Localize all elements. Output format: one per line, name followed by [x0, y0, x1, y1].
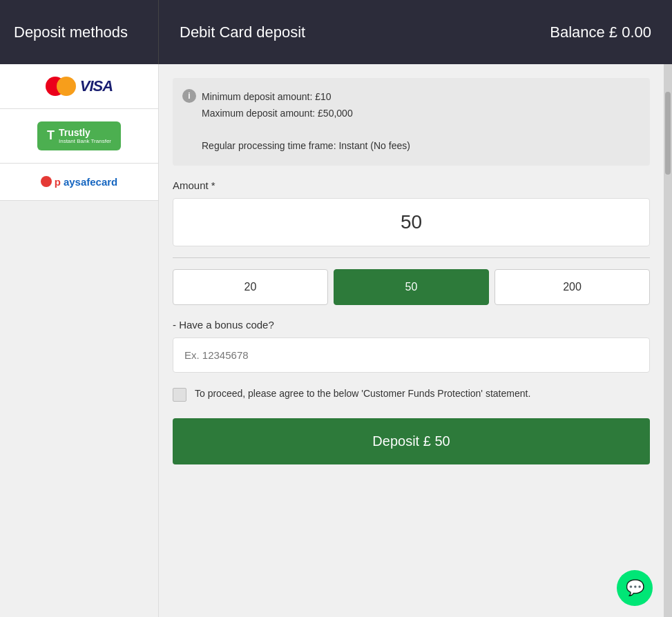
quick-amount-200[interactable]: 200: [495, 269, 650, 305]
agreement-row: To proceed, please agree to the below 'C…: [173, 386, 650, 402]
deposit-button[interactable]: Deposit £ 50: [173, 418, 650, 464]
quick-amounts: 20 50 200: [173, 269, 650, 305]
visa-logo: VISA: [80, 77, 113, 95]
trustly-sublabel: Instant Bank Transfer: [59, 138, 111, 145]
sidebar-item-trustly[interactable]: T Trustly Instant Bank Transfer: [0, 109, 158, 164]
mastercard-visa-logo: VISA: [46, 77, 113, 96]
sidebar-header: Deposit methods: [0, 0, 159, 64]
trustly-t-icon: T: [47, 128, 55, 143]
header: Deposit methods Debit Card deposit Balan…: [0, 0, 672, 64]
deposit-button-label: Deposit £ 50: [372, 433, 450, 449]
trustly-logo: T Trustly Instant Bank Transfer: [37, 121, 121, 150]
content-area: i Minimum deposit amount: £10 Maximum de…: [159, 64, 664, 617]
mastercard-circle-right: [57, 77, 76, 96]
info-icon: i: [182, 89, 196, 103]
processing-text: Regular processing time frame: Instant (…: [202, 138, 639, 155]
bonus-label[interactable]: - Have a bonus code?: [173, 319, 650, 331]
quick-amount-50[interactable]: 50: [334, 269, 489, 305]
agreement-checkbox[interactable]: [173, 388, 186, 402]
sidebar: VISA T Trustly Instant Bank Transfer p a…: [0, 64, 159, 617]
paysafecard-icon: [41, 176, 52, 187]
page-title: Debit Card deposit: [159, 23, 529, 41]
quick-amount-20[interactable]: 20: [173, 269, 328, 305]
chat-icon: 💬: [626, 579, 644, 597]
sidebar-item-paysafecard[interactable]: p aysafecard: [0, 164, 158, 201]
sidebar-item-card[interactable]: VISA: [0, 64, 158, 109]
amount-input[interactable]: [173, 198, 650, 246]
paysafecard-text: aysafecard: [64, 176, 117, 188]
paysafecard-p: p: [55, 176, 61, 188]
trustly-label: Trustly: [59, 127, 90, 138]
deposit-methods-title: Deposit methods: [14, 23, 128, 41]
bonus-code-input[interactable]: [173, 337, 650, 373]
amount-label: Amount *: [173, 179, 650, 191]
min-deposit-text: Minimum deposit amount: £10: [202, 89, 639, 106]
main-layout: VISA T Trustly Instant Bank Transfer p a…: [0, 64, 672, 617]
scrollbar[interactable]: [664, 64, 672, 617]
scrollbar-thumb[interactable]: [665, 92, 671, 175]
paysafecard-logo: p aysafecard: [41, 176, 118, 188]
mastercard-icon: [46, 77, 76, 96]
chat-button[interactable]: 💬: [617, 570, 653, 606]
info-box: i Minimum deposit amount: £10 Maximum de…: [173, 78, 650, 166]
divider: [173, 257, 650, 258]
balance-display: Balance £ 0.00: [529, 23, 672, 41]
max-deposit-text: Maximum deposit amount: £50,000: [202, 106, 639, 122]
agreement-text: To proceed, please agree to the below 'C…: [195, 386, 530, 401]
